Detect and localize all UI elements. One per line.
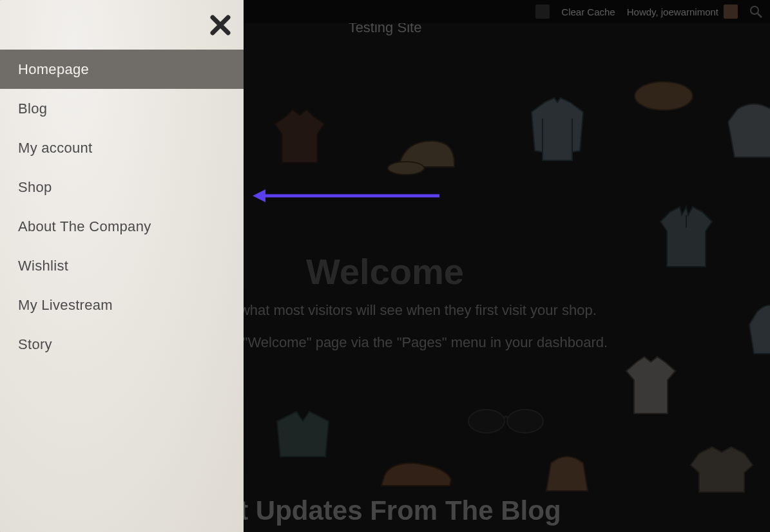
sidebar-item-blog[interactable]: Blog	[0, 89, 244, 128]
sidebar-drawer: Homepage Blog My account Shop About The …	[0, 0, 244, 532]
close-icon[interactable]	[209, 14, 232, 37]
sidebar-item-shop[interactable]: Shop	[0, 167, 244, 207]
sidebar-item-wishlist[interactable]: Wishlist	[0, 246, 244, 285]
sidebar-item-my-account[interactable]: My account	[0, 128, 244, 167]
sidebar-item-homepage[interactable]: Homepage	[0, 50, 244, 89]
annotation-arrow	[253, 187, 446, 205]
sidebar-item-livestream[interactable]: My Livestream	[0, 285, 244, 325]
sidebar-menu: Homepage Blog My account Shop About The …	[0, 50, 244, 364]
sidebar-header	[0, 0, 244, 50]
svg-marker-10	[253, 189, 265, 202]
sidebar-item-about[interactable]: About The Company	[0, 207, 244, 246]
sidebar-item-story[interactable]: Story	[0, 325, 244, 364]
